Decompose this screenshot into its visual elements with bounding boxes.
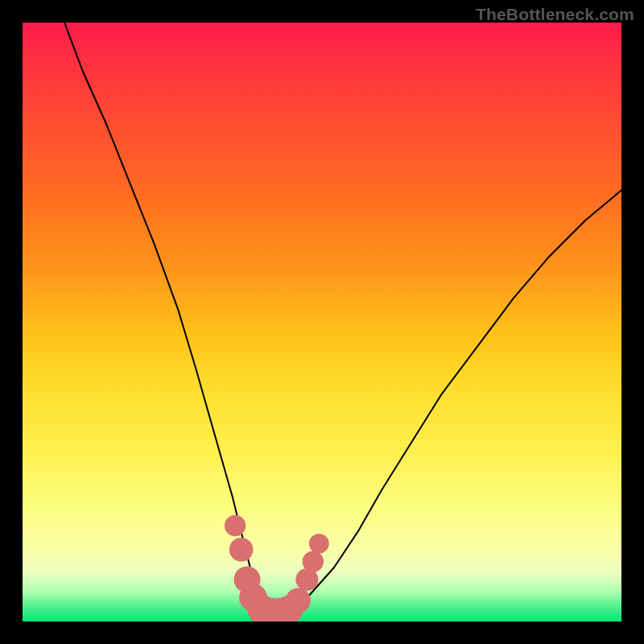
bottleneck-curve <box>64 23 621 613</box>
emphasis-dot <box>309 534 329 554</box>
emphasis-dot <box>229 538 254 562</box>
chart-svg <box>23 23 621 621</box>
plot-area <box>23 23 621 621</box>
emphasis-dot <box>303 551 324 572</box>
emphasis-dot <box>225 515 246 536</box>
watermark-text: TheBottleneck.com <box>476 5 634 24</box>
chart-frame: TheBottleneck.com <box>0 0 644 644</box>
emphasis-dots-group <box>225 515 329 621</box>
emphasis-dot <box>286 588 311 613</box>
